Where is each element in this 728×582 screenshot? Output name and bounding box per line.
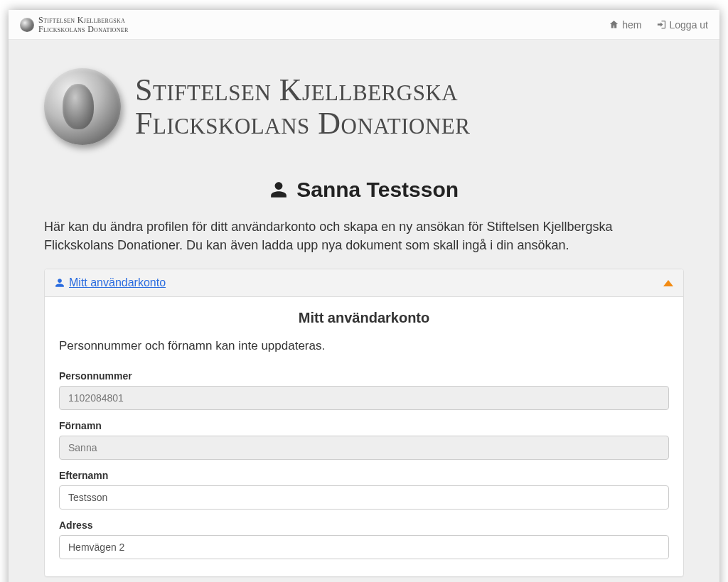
label-efternamn: Efternamn [59, 470, 669, 481]
nav-logout-label: Logga ut [670, 19, 709, 31]
top-navbar: Stiftelsen Kjellbergska Flickskolans Don… [9, 10, 719, 40]
page-title-text: Sanna Testsson [296, 178, 459, 201]
input-adress[interactable] [59, 535, 669, 559]
brand-header: Stiftelsen Kjellbergska Flickskolans Don… [44, 68, 684, 145]
input-efternamn[interactable] [59, 485, 669, 510]
label-adress: Adress [59, 519, 669, 531]
intro-text: Här kan du ändra profilen för ditt använ… [44, 217, 684, 254]
input-personnummer [59, 386, 669, 410]
panel-note: Personnummer och förnamn kan inte uppdat… [59, 339, 669, 353]
brand-coin-icon [44, 68, 121, 145]
navbar-brand-text: Stiftelsen Kjellbergska Flickskolans Don… [38, 16, 129, 33]
nav-home-link[interactable]: hem [609, 19, 641, 31]
panel-head-link[interactable]: Mitt användarkonto [55, 276, 166, 289]
label-personnummer: Personnummer [59, 370, 669, 382]
user-icon [55, 278, 65, 288]
brand-title: Stiftelsen Kjellbergska Flickskolans Don… [135, 73, 470, 141]
page-title: Sanna Testsson [44, 178, 684, 202]
label-fornamn: Förnamn [59, 420, 669, 431]
home-icon [609, 19, 619, 30]
navbar-brand[interactable]: Stiftelsen Kjellbergska Flickskolans Don… [20, 16, 129, 33]
caret-up-icon [663, 280, 673, 286]
coin-icon [20, 18, 34, 32]
panel-toggle[interactable]: Mitt användarkonto [45, 269, 683, 297]
logout-icon [656, 19, 667, 30]
account-panel: Mitt användarkonto Mitt användarkonto Pe… [44, 269, 684, 577]
panel-head-link-text: Mitt användarkonto [69, 276, 166, 289]
user-icon [269, 180, 288, 199]
input-fornamn [59, 436, 669, 460]
nav-home-label: hem [622, 19, 641, 31]
panel-heading: Mitt användarkonto [59, 310, 669, 326]
nav-logout-link[interactable]: Logga ut [656, 19, 709, 31]
